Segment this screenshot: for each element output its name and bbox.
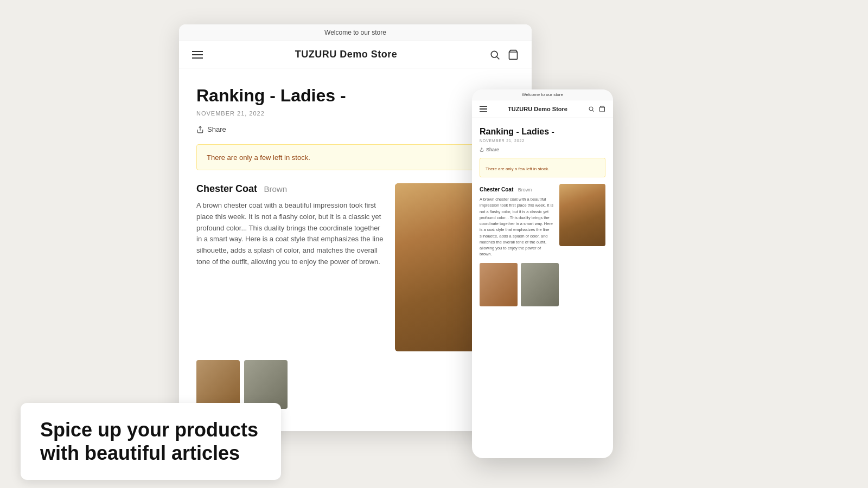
mobile-product-title: Ranking - Ladies - bbox=[480, 127, 605, 137]
mobile-stock-text: There are only a few left in stock. bbox=[486, 166, 549, 171]
mobile-announcement: Welcome to our store bbox=[472, 89, 613, 100]
desktop-thumbnail-1[interactable] bbox=[196, 360, 240, 409]
tagline-line2: with beautiful articles bbox=[40, 442, 240, 464]
desktop-stock-notice: There are only a few left in stock. bbox=[196, 144, 514, 170]
mobile-product-row: Chester Coat Brown A brown chester coat … bbox=[480, 184, 605, 258]
desktop-product-info: Chester Coat Brown A brown chester coat … bbox=[196, 183, 384, 268]
desktop-search-icon[interactable] bbox=[489, 49, 500, 60]
announcement-text: Welcome to our store bbox=[324, 29, 386, 36]
desktop-header-icons bbox=[489, 49, 519, 60]
desktop-header: TUZURU Demo Store bbox=[179, 41, 532, 68]
desktop-cart-icon[interactable] bbox=[508, 49, 519, 60]
tagline-box: Spice up your products with beautiful ar… bbox=[21, 403, 281, 480]
mobile-product-date: NOVEMBER 21, 2022 bbox=[480, 139, 605, 143]
tagline-line1: Spice up your products bbox=[40, 419, 258, 441]
mobile-stock-notice: There are only a few left in stock. bbox=[480, 158, 605, 177]
mobile-product-variant: Brown bbox=[518, 187, 532, 192]
svg-line-1 bbox=[497, 56, 500, 59]
desktop-product-title: Ranking - Ladies - bbox=[196, 86, 514, 106]
desktop-share-button[interactable]: Share bbox=[196, 125, 514, 133]
mobile-mockup: Welcome to our store TUZURU Demo Store R… bbox=[472, 89, 613, 458]
desktop-store-name: TUZURU Demo Store bbox=[295, 49, 398, 60]
mobile-share-button[interactable]: Share bbox=[480, 147, 605, 152]
mobile-search-icon[interactable] bbox=[588, 106, 595, 112]
mobile-cart-icon[interactable] bbox=[599, 106, 605, 112]
mobile-share-icon bbox=[480, 147, 484, 152]
mobile-store-name: TUZURU Demo Store bbox=[508, 106, 567, 112]
mobile-thumbnail-1[interactable] bbox=[480, 263, 518, 306]
svg-point-0 bbox=[491, 51, 497, 57]
mobile-content: Ranking - Ladies - NOVEMBER 21, 2022 Sha… bbox=[472, 118, 613, 306]
svg-point-4 bbox=[589, 107, 593, 111]
desktop-product-variant: Brown bbox=[264, 184, 287, 194]
mobile-announcement-text: Welcome to our store bbox=[522, 92, 563, 97]
desktop-stock-text: There are only a few left in stock. bbox=[207, 153, 310, 162]
desktop-product-name: Chester Coat bbox=[196, 183, 257, 194]
mobile-header: TUZURU Demo Store bbox=[472, 100, 613, 118]
mobile-thumbnail-2[interactable] bbox=[521, 263, 559, 306]
mobile-thumbnail-row bbox=[480, 263, 605, 306]
tagline-text: Spice up your products with beautiful ar… bbox=[40, 418, 261, 465]
mobile-product-info: Chester Coat Brown A brown chester coat … bbox=[480, 184, 554, 258]
desktop-product-date: NOVEMBER 21, 2022 bbox=[196, 110, 514, 117]
mobile-menu-icon[interactable] bbox=[480, 106, 487, 112]
desktop-product-row: Chester Coat Brown A brown chester coat … bbox=[196, 183, 514, 351]
desktop-product-desc: A brown chester coat with a beautiful im… bbox=[196, 200, 384, 268]
mobile-product-desc: A brown chester coat with a beautiful im… bbox=[480, 196, 554, 258]
svg-line-5 bbox=[592, 110, 594, 112]
desktop-announcement: Welcome to our store bbox=[179, 24, 532, 41]
desktop-menu-icon[interactable] bbox=[192, 51, 203, 59]
mobile-product-name: Chester Coat bbox=[480, 187, 513, 192]
desktop-share-icon bbox=[196, 126, 204, 133]
mobile-product-image bbox=[559, 184, 605, 246]
mobile-header-icons bbox=[588, 106, 605, 112]
desktop-thumbnail-2[interactable] bbox=[244, 360, 288, 409]
